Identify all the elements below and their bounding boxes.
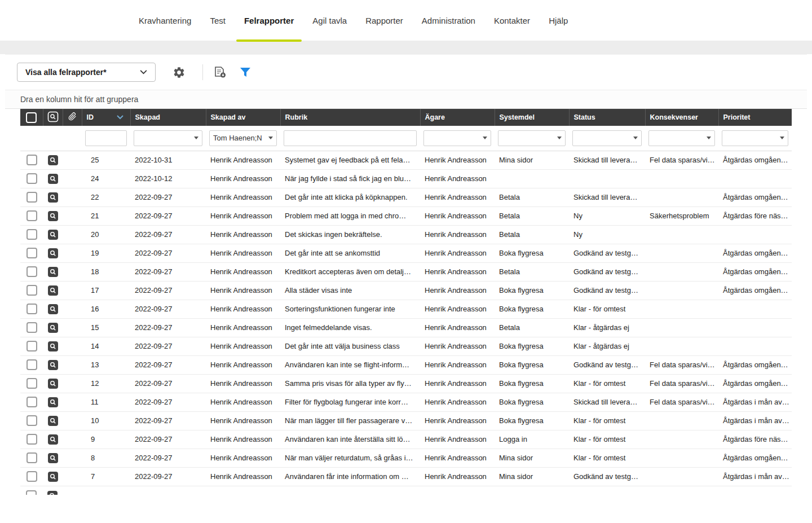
table-row[interactable]: 18 2022-09-27 Henrik Andreasson Kreditko… <box>20 262 792 281</box>
row-checkbox[interactable] <box>27 229 37 240</box>
preview-icon[interactable] <box>47 341 59 352</box>
tab-kravhantering[interactable]: Kravhantering <box>131 0 199 41</box>
preview-icon[interactable] <box>47 415 59 427</box>
cell-rubrik[interactable]: Inget felmeddelande visas. <box>280 318 420 337</box>
cell-rubrik[interactable]: Systemet gav ej feedback på ett fela… <box>280 151 420 169</box>
group-by-dropzone[interactable]: Dra en kolumn hit för att gruppera <box>5 90 807 109</box>
filter-button[interactable] <box>237 64 254 80</box>
table-row[interactable]: 10 2022-09-27 Henrik Andreasson När man … <box>20 411 792 430</box>
table-row[interactable]: 19 2022-09-27 Henrik Andreasson Det går … <box>20 244 792 262</box>
table-row[interactable]: 8 2022-09-27 Henrik Andreasson När man v… <box>20 449 792 467</box>
row-checkbox[interactable] <box>27 341 37 351</box>
preview-icon[interactable] <box>47 210 59 222</box>
table-row[interactable]: 24 2022-10-12 Henrik Andreasson När jag … <box>20 169 792 188</box>
table-row[interactable]: 9 2022-09-27 Henrik Andreasson Användare… <box>20 430 792 449</box>
preview-icon[interactable] <box>47 471 59 482</box>
table-row[interactable]: 20 2022-09-27 Henrik Andreasson Det skic… <box>20 225 792 244</box>
column-header-konsekvenser[interactable]: Konsekvenser <box>645 109 718 126</box>
filter-id-input[interactable] <box>85 130 127 146</box>
sort-desc-icon[interactable] <box>117 115 123 120</box>
cell-rubrik[interactable]: Alla städer visas inte <box>280 281 420 300</box>
cell-rubrik[interactable]: Det går inte att klicka på köpknappen. <box>280 188 420 206</box>
row-checkbox[interactable] <box>27 415 37 426</box>
settings-button[interactable] <box>170 64 188 81</box>
filter-skapad-av-select[interactable]: Tom Haenen;N <box>209 130 277 146</box>
preview-icon[interactable] <box>47 248 59 259</box>
column-header-skapad[interactable]: Skapad <box>130 109 206 126</box>
cell-rubrik[interactable]: Filter för flygbolag fungerar inte korr… <box>280 393 420 411</box>
filter-skapad-select[interactable] <box>134 130 202 146</box>
table-row[interactable]: 22 2022-09-27 Henrik Andreasson Det går … <box>20 188 792 206</box>
column-header-id[interactable]: ID <box>82 109 130 126</box>
table-row[interactable]: 13 2022-09-27 Henrik Andreasson Användar… <box>20 355 792 374</box>
preview-icon[interactable] <box>47 229 59 240</box>
preview-icon[interactable] <box>47 155 59 166</box>
row-checkbox[interactable] <box>27 471 37 482</box>
row-checkbox[interactable] <box>27 266 37 277</box>
row-checkbox[interactable] <box>27 452 37 463</box>
column-header-prioritet[interactable]: Prioritet <box>718 109 792 126</box>
tab-agil-tavla[interactable]: Agil tavla <box>304 0 355 41</box>
column-header-agare[interactable]: Ägare <box>420 109 495 126</box>
cell-rubrik[interactable]: Sorteringsfunktionen fungerar inte <box>280 300 420 318</box>
column-header-systemdel[interactable]: Systemdel <box>495 109 569 126</box>
row-checkbox[interactable] <box>27 434 37 445</box>
tab-felrapporter[interactable]: Felrapporter <box>236 0 302 41</box>
tab-test[interactable]: Test <box>202 0 233 41</box>
cell-rubrik[interactable]: Kreditkort accepteras även om detalj… <box>280 262 420 281</box>
row-checkbox[interactable] <box>27 173 37 184</box>
table-row[interactable]: 14 2022-09-27 Henrik Andreasson Det går … <box>20 337 792 355</box>
cell-rubrik[interactable]: Problem med att logga in med chro… <box>280 206 420 225</box>
view-selector-dropdown[interactable]: Visa alla felrapporter* <box>17 63 156 82</box>
row-checkbox[interactable] <box>26 490 37 495</box>
preview-icon[interactable] <box>47 322 59 333</box>
table-row[interactable]: 16 2022-09-27 Henrik Andreasson Sorterin… <box>20 300 792 318</box>
tab-kontakter[interactable]: Kontakter <box>486 0 538 41</box>
cell-rubrik[interactable]: Det skickas ingen bekräftelse. <box>280 225 420 244</box>
preview-icon[interactable] <box>47 452 59 464</box>
preview-icon[interactable] <box>47 304 59 315</box>
row-checkbox[interactable] <box>27 210 37 221</box>
preview-icon[interactable] <box>47 266 59 278</box>
filter-prioritet-select[interactable] <box>722 130 788 146</box>
table-row[interactable]: 11 2022-09-27 Henrik Andreasson Filter f… <box>20 393 792 411</box>
filter-konsekvenser-select[interactable] <box>648 130 715 146</box>
export-button[interactable] <box>211 64 229 81</box>
row-checkbox[interactable] <box>27 397 37 407</box>
cell-rubrik[interactable]: Användaren kan inte se flight-inform… <box>280 355 420 374</box>
row-checkbox[interactable] <box>27 285 37 296</box>
attachment-column-header[interactable] <box>63 109 82 126</box>
select-all-checkbox[interactable] <box>26 112 37 123</box>
preview-icon[interactable] <box>47 173 59 184</box>
filter-rubrik-input[interactable] <box>284 130 417 146</box>
column-header-skapad-av[interactable]: Skapad av <box>206 109 280 126</box>
preview-icon[interactable] <box>47 359 59 371</box>
column-header-rubrik[interactable]: Rubrik <box>280 109 420 126</box>
preview-icon[interactable] <box>47 434 59 445</box>
tab-administration[interactable]: Administration <box>414 0 483 41</box>
table-row[interactable]: 25 2022-10-31 Henrik Andreasson Systemet… <box>20 151 792 169</box>
cell-rubrik[interactable]: Det går inte att välja business class <box>280 337 420 355</box>
cell-rubrik[interactable]: När man lägger till fler passagerare v… <box>280 411 420 430</box>
table-row[interactable]: 15 2022-09-27 Henrik Andreasson Inget fe… <box>20 318 792 337</box>
table-row[interactable]: 7 2022-09-27 Henrik Andreasson Användare… <box>20 467 792 486</box>
row-checkbox[interactable] <box>27 359 37 370</box>
row-checkbox[interactable] <box>27 304 37 314</box>
table-row[interactable]: 17 2022-09-27 Henrik Andreasson Alla stä… <box>20 281 792 300</box>
preview-icon[interactable] <box>47 397 59 408</box>
row-checkbox[interactable] <box>27 192 37 203</box>
preview-icon[interactable] <box>47 490 58 495</box>
tab-hjalp[interactable]: Hjälp <box>541 0 576 41</box>
filter-agare-select[interactable] <box>423 130 491 146</box>
cell-rubrik[interactable]: När man väljer returdatum, så gråas i… <box>280 449 420 467</box>
column-header-status[interactable]: Status <box>569 109 645 126</box>
preview-icon[interactable] <box>47 192 59 203</box>
row-checkbox[interactable] <box>27 155 37 165</box>
row-checkbox[interactable] <box>27 322 37 333</box>
cell-rubrik[interactable]: Användaren kan inte återställa sitt lö… <box>280 430 420 449</box>
cell-rubrik[interactable]: Samma pris visas för alla typer av fly… <box>280 374 420 393</box>
cell-rubrik[interactable]: Användaren får inte information om … <box>280 467 420 486</box>
table-row[interactable]: 21 2022-09-27 Henrik Andreasson Problem … <box>20 206 792 225</box>
tab-rapporter[interactable]: Rapporter <box>358 0 411 41</box>
cell-rubrik[interactable]: När jag fyllde i stad så fick jag en blu… <box>280 169 420 188</box>
